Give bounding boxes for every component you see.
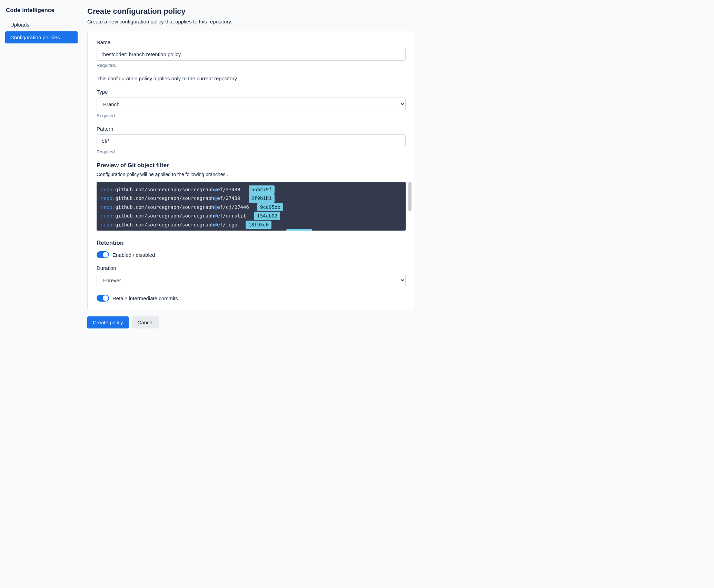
preview-box[interactable]: repo:github.com/sourcegraph/sourcegraph@… — [97, 182, 406, 231]
type-select[interactable]: Branch — [97, 98, 406, 111]
commit-badge: 18f95c0 — [246, 221, 271, 229]
retention-title: Retention — [97, 240, 406, 246]
preview-scrollbar[interactable] — [408, 182, 411, 211]
sidebar: Code intelligence Uploads Configuration … — [5, 7, 78, 328]
retention-enabled-toggle[interactable] — [97, 251, 109, 258]
preview-row: repo:github.com/sourcegraph/sourcegraph@… — [101, 194, 401, 202]
type-helper: Required. — [97, 113, 406, 118]
create-policy-button[interactable]: Create policy — [87, 316, 129, 328]
name-field-group: Name Required. — [97, 39, 406, 68]
retain-intermediate-label: Retain intermediate commits — [112, 295, 178, 301]
sidebar-title: Code intelligence — [5, 7, 78, 14]
preview-desc: Configuration policy will be applied to … — [97, 172, 406, 177]
duration-select[interactable]: Forever — [97, 274, 406, 287]
retention-enabled-label: Enabled / disabled — [112, 252, 155, 258]
preview-row: repo:github.com/sourcegraph/sourcegraph@… — [101, 229, 401, 231]
pattern-helper: Required. — [97, 149, 406, 154]
duration-label: Duration — [97, 265, 406, 271]
actions-row: Create policy Cancel — [87, 316, 415, 328]
pattern-input[interactable] — [97, 134, 406, 147]
commit-badge: 55b479f — [249, 185, 275, 194]
preview-title: Preview of Git object filter — [97, 162, 406, 169]
cancel-button[interactable]: Cancel — [132, 316, 159, 328]
preview-row: repo:github.com/sourcegraph/sourcegraph@… — [101, 221, 401, 229]
type-label: Type — [97, 89, 406, 95]
retain-intermediate-row: Retain intermediate commits — [97, 295, 406, 302]
preview-row: repo:github.com/sourcegraph/sourcegraph@… — [101, 185, 401, 194]
preview-row: repo:github.com/sourcegraph/sourcegraph@… — [101, 203, 401, 211]
duration-field-group: Duration Forever — [97, 265, 406, 287]
pattern-label: Pattern — [97, 126, 406, 132]
retain-intermediate-toggle[interactable] — [97, 295, 109, 302]
name-input[interactable] — [97, 48, 406, 61]
preview-row: repo:github.com/sourcegraph/sourcegraph@… — [101, 212, 401, 220]
commit-badge: 9cd95db — [257, 203, 283, 211]
scope-text: This configuration policy applies only t… — [97, 75, 406, 81]
sidebar-item-configuration-policies[interactable]: Configuration policies — [5, 31, 78, 43]
pattern-field-group: Pattern Required. — [97, 126, 406, 154]
preview-section: Preview of Git object filter Configurati… — [97, 162, 406, 231]
main-content: Create configuration policy Create a new… — [87, 7, 415, 328]
type-field-group: Type Branch Required. — [97, 89, 406, 118]
commit-badge: 309c2aa — [286, 229, 312, 231]
name-label: Name — [97, 39, 406, 45]
sidebar-item-uploads[interactable]: Uploads — [5, 19, 78, 31]
page-subtitle: Create a new configuration policy that a… — [87, 19, 415, 24]
commit-badge: 2f9b1b1 — [249, 194, 275, 202]
retention-enabled-row: Enabled / disabled — [97, 251, 406, 258]
policy-form-card: Name Required. This configuration policy… — [87, 31, 415, 310]
commit-badge: f54cb02 — [254, 212, 280, 220]
name-helper: Required. — [97, 63, 406, 68]
page-title: Create configuration policy — [87, 7, 415, 16]
